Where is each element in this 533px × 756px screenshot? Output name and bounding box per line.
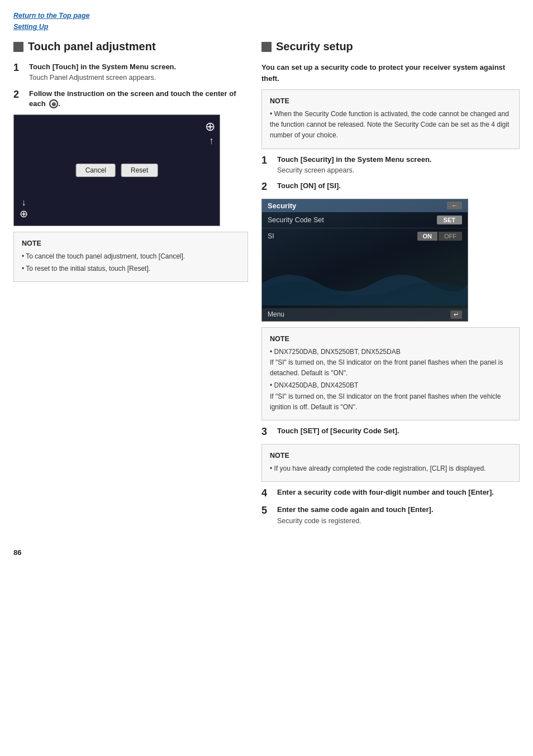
right-step-title-3: Touch [SET] of [Security Code Set]. [277,426,520,436]
page-number: 86 [13,548,520,557]
right-step-number-4: 4 [261,487,272,500]
security-code-set-row: Security Code Set SET [262,212,468,228]
right-step-desc-5: Security code is registered. [277,516,520,527]
right-step-title-1: Touch [Security] in the System Menu scre… [277,155,520,165]
right-note-2-item-1: DNX7250DAB, DNX5250BT, DNX525DAB If "SI"… [270,347,511,379]
page: Return to the Top page Setting Up Touch … [0,0,533,570]
step-title-1: Touch [Touch] in the System Menu screen. [29,62,248,72]
security-code-set-label: Security Code Set [268,216,324,224]
security-screen-back-btn[interactable]: ← [447,202,462,209]
right-note-2-list: DNX7250DAB, DNX5250BT, DNX525DAB If "SI"… [270,347,511,413]
arrow-up-right-icon: ↑ [209,135,214,147]
right-note-3-item-1: If you have already completed the code r… [270,463,511,474]
touch-panel-screen: ⊕ ↑ Cancel Reset ↓ ⊕ [13,114,220,226]
step-content-2: Follow the instruction on the screen and… [29,89,248,109]
right-title-text: Security setup [276,40,353,53]
on-off-buttons: ON OFF [417,232,463,241]
left-step-2: 2 Follow the instruction on the screen a… [13,89,248,109]
right-section-title: Security setup [261,40,520,53]
security-screen-header: Security ← [262,199,468,212]
security-screen-footer: Menu ↵ [262,308,468,321]
cancel-reset-group: Cancel Reset [76,164,158,177]
set-btn[interactable]: SET [437,216,462,224]
right-step-number-3: 3 [261,426,272,438]
left-note-box: NOTE To cancel the touch panel adjustmen… [13,232,248,282]
footer-back-icon[interactable]: ↵ [450,310,462,319]
right-column: Security setup You can set up a security… [261,40,520,532]
left-note-title: NOTE [22,238,240,249]
breadcrumb-link-top[interactable]: Return to the Top page [13,10,520,21]
left-note-item-1: To cancel the touch panel adjustment, to… [22,251,240,262]
panel-icon [13,42,23,52]
right-step-content-3: Touch [SET] of [Security Code Set]. [277,426,520,436]
step-number-2: 2 [13,89,23,101]
breadcrumb: Return to the Top page Setting Up [13,10,520,32]
right-note-2-title: NOTE [270,333,511,344]
right-note-3-list: If you have already completed the code r… [270,463,511,474]
right-note-1-item-1: When the Security Code function is activ… [270,109,511,141]
menu-label: Menu [268,310,284,318]
security-screen-header-label: Security [268,202,296,210]
security-screen: Security ← Security Code Set SET SI ON O… [261,199,468,322]
left-note-item-2: To reset to the initial status, touch [R… [22,264,240,274]
right-step-4: 4 Enter a security code with four-digit … [261,487,520,500]
reset-button[interactable]: Reset [121,164,158,177]
left-step-1: 1 Touch [Touch] in the System Menu scree… [13,62,248,83]
cancel-button[interactable]: Cancel [76,164,116,177]
right-note-1-title: NOTE [270,95,511,107]
right-note-3-title: NOTE [270,450,511,461]
step-content-1: Touch [Touch] in the System Menu screen.… [29,62,248,83]
right-step-1: 1 Touch [Security] in the System Menu sc… [261,155,520,176]
crosshair-inline-icon: ⊕ [49,99,58,108]
right-step-2: 2 Touch [ON] of [SI]. [261,181,520,193]
on-button[interactable]: ON [417,232,438,241]
wave-decoration [262,261,468,305]
right-step-content-4: Enter a security code with four-digit nu… [277,487,520,497]
right-step-content-2: Touch [ON] of [SI]. [277,181,520,191]
right-step-title-5: Enter the same code again and touch [Ent… [277,505,520,515]
right-step-desc-1: Security screen appears. [277,166,520,176]
right-step-number-5: 5 [261,505,272,517]
security-icon [261,42,272,52]
left-note-list: To cancel the touch panel adjustment, to… [22,251,240,274]
breadcrumb-link-setting[interactable]: Setting Up [13,21,520,32]
off-button[interactable]: OFF [439,232,462,241]
si-row: SI ON OFF [262,228,468,244]
right-step-content-1: Touch [Security] in the System Menu scre… [277,155,520,176]
right-step-number-2: 2 [261,181,272,193]
step-desc-1: Touch Panel Adjustment screen appears. [29,73,248,83]
right-step-title-4: Enter a security code with four-digit nu… [277,487,520,497]
left-section-title: Touch panel adjustment [13,40,248,53]
step-number-1: 1 [13,62,23,74]
step-title-2: Follow the instruction on the screen and… [29,89,248,109]
si-label: SI [268,232,274,240]
right-step-title-2: Touch [ON] of [SI]. [277,181,520,191]
crosshair-top-right-icon: ⊕ [205,119,215,134]
right-note-1: NOTE When the Security Code function is … [261,89,520,149]
right-note-2-item-2: DNX4250DAB, DNX4250BT If "SI" is turned … [270,380,511,413]
left-title-text: Touch panel adjustment [28,40,156,53]
right-step-3: 3 Touch [SET] of [Security Code Set]. [261,426,520,438]
right-note-1-list: When the Security Code function is activ… [270,109,511,141]
intro-text: You can set up a security code to protec… [261,62,520,84]
left-column: Touch panel adjustment 1 Touch [Touch] i… [13,40,248,288]
right-step-number-1: 1 [261,155,272,167]
step-title-2-text: Follow the instruction on the screen and… [29,89,236,108]
right-note-2: NOTE DNX7250DAB, DNX5250BT, DNX525DAB If… [261,327,520,420]
crosshair-bottom-left-icon: ↓ ⊕ [20,198,28,220]
right-step-content-5: Enter the same code again and touch [Ent… [277,505,520,526]
wave-svg [262,261,468,305]
right-note-3: NOTE If you have already completed the c… [261,444,520,482]
right-step-5: 5 Enter the same code again and touch [E… [261,505,520,526]
